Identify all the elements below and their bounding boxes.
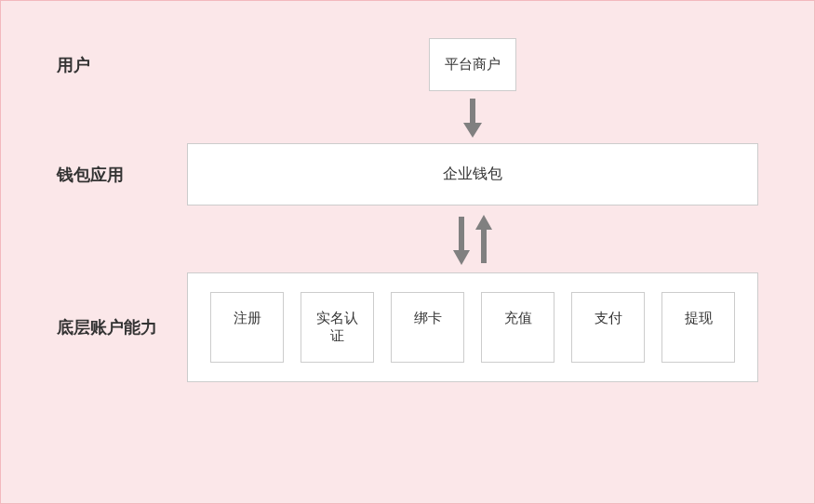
svg-marker-3 — [453, 250, 470, 265]
box-account-container: 注册 实名认证 绑卡 充值 支付 提现 — [187, 272, 758, 382]
arrow-section-1 — [187, 91, 758, 143]
box-register: 注册 — [210, 292, 284, 363]
box-realname: 实名认证 — [301, 292, 374, 363]
box-recharge: 充值 — [481, 292, 554, 363]
arrow-section-2 — [187, 206, 758, 272]
box-enterprise-wallet: 企业钱包 — [187, 143, 758, 206]
svg-marker-1 — [463, 123, 482, 138]
label-wallet: 钱包应用 — [57, 164, 187, 186]
arrow-up-icon — [474, 211, 494, 267]
arrow-down-icon — [461, 95, 484, 139]
label-user: 用户 — [57, 54, 187, 76]
bidirectional-arrows — [451, 211, 494, 267]
box-platform-merchant: 平台商户 — [429, 38, 516, 91]
row-user: 用户 平台商户 — [57, 38, 758, 91]
box-withdraw: 提现 — [661, 292, 735, 363]
diagram-container: 用户 平台商户 钱包应用 企业钱包 底层账户 — [0, 0, 815, 504]
box-payment: 支付 — [571, 292, 645, 363]
svg-marker-5 — [475, 215, 492, 230]
row-account: 底层账户能力 注册 实名认证 绑卡 充值 支付 提现 — [57, 272, 758, 382]
row-wallet: 钱包应用 企业钱包 — [57, 143, 758, 206]
box-bindcard: 绑卡 — [391, 292, 464, 363]
label-account: 底层账户能力 — [57, 316, 187, 338]
row-wallet-content: 企业钱包 — [187, 143, 758, 206]
row-account-content: 注册 实名认证 绑卡 充值 支付 提现 — [187, 272, 758, 382]
row-user-content: 平台商户 — [187, 38, 758, 91]
arrow-down-icon — [451, 211, 472, 267]
